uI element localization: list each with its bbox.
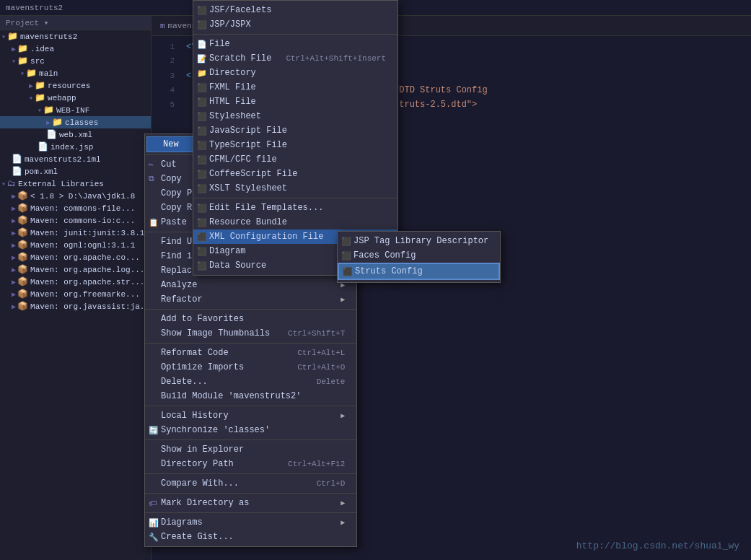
tree-arrow: ▶: [12, 253, 16, 262]
tree-idea[interactable]: ▶ 📁 .idea: [0, 43, 151, 55]
menu-shortcut: Ctrl+D: [302, 479, 346, 488]
tree-resources[interactable]: ▶ 📁 resources: [0, 79, 151, 92]
tree-classes[interactable]: ▶ 📁 classes: [0, 116, 151, 128]
menu-item-show-thumbnails[interactable]: Show Image Thumbnails Ctrl+Shift+T: [145, 326, 356, 341]
tree-jdk[interactable]: ▶ 📦 < 1.8 > D:\Java\jdk1.8: [0, 190, 151, 202]
tree-webapp[interactable]: ▾ 📁 webapp: [0, 92, 151, 104]
tree-arrow: ▾: [20, 69, 25, 78]
menu-item-javascript[interactable]: ⬛ JavaScript File: [193, 123, 398, 138]
menu-label: JSP Tag Library Descriptor: [353, 236, 488, 246]
tree-item-label: web.xml: [59, 131, 92, 139]
menu-item-analyze[interactable]: Analyze ▶: [145, 278, 356, 292]
menu-item-dir-path[interactable]: Directory Path Ctrl+Alt+F12: [145, 457, 356, 471]
watermark: http://blog.csdn.net/shuai_wy: [576, 541, 739, 551]
scratch-icon: 📝: [197, 54, 207, 64]
tree-src[interactable]: ▾ 📁 src: [0, 55, 151, 67]
tree-lib6[interactable]: ▶ 📦 Maven: org.apache.log...: [0, 263, 151, 276]
menu-item-resource-bundle[interactable]: ⬛ Resource Bundle: [193, 215, 398, 229]
tree-lib7[interactable]: ▶ 📦 Maven: org.apache.str...: [0, 276, 151, 288]
menu-item-jsf[interactable]: ⬛ JSF/Facelets: [193, 3, 398, 17]
bundle-icon: ⬛: [197, 218, 207, 227]
menu-item-struts-config[interactable]: ⬛ Struts Config: [338, 263, 500, 280]
menu-item-refactor[interactable]: Refactor ▶: [145, 292, 356, 307]
tree-item-label: webapp: [48, 94, 76, 102]
menu-item-compare[interactable]: Compare With... Ctrl+D: [145, 476, 356, 491]
diagram-icon: ⬛: [197, 247, 207, 256]
menu-item-fxml[interactable]: ⬛ FXML File: [193, 80, 398, 95]
file-icon: 📄: [38, 141, 48, 152]
menu-label: Refactor: [161, 294, 203, 305]
menu-label: Paste: [161, 217, 187, 227]
menu-label: Cut: [161, 159, 177, 170]
menu-label: Diagrams: [161, 517, 203, 528]
menu-label: Directory Path: [161, 459, 234, 469]
submenu-arrow: ▶: [341, 518, 345, 527]
tree-arrow: ▶: [12, 216, 16, 225]
menu-item-html[interactable]: ⬛ HTML File: [193, 95, 398, 109]
menu-item-typescript[interactable]: ⬛ TypeScript File: [193, 138, 398, 152]
menu-item-build[interactable]: Build Module 'mavenstruts2': [145, 389, 356, 403]
tree-lib5[interactable]: ▶ 📦 Maven: org.apache.co...: [0, 251, 151, 263]
menu-item-jsp-tag[interactable]: ⬛ JSP Tag Library Descriptor: [338, 234, 500, 248]
tree-webinf[interactable]: ▾ 📁 WEB-INF: [0, 104, 151, 116]
tree-lib3[interactable]: ▶ 📦 Maven: junit:junit:3.8.1: [0, 227, 151, 239]
tree-lib2[interactable]: ▶ 📦 Maven: commons-io:c...: [0, 214, 151, 227]
menu-item-reformat[interactable]: Reformat Code Ctrl+Alt+L: [145, 346, 356, 360]
menu-label: Synchronize 'classes': [161, 425, 270, 435]
menu-label: Compare With...: [161, 478, 239, 489]
menu-label: Mark Directory as: [161, 498, 249, 508]
tree-item-label: Maven: ognl:ognl:3.1.1: [30, 241, 135, 250]
menu-item-edit-templates[interactable]: ⬛ Edit File Templates...: [193, 201, 398, 215]
folder-icon: 📁: [17, 43, 28, 54]
tree-item-label: src: [30, 57, 45, 66]
tree-indexjsp[interactable]: 📄 index.jsp: [0, 141, 151, 153]
menu-item-faces-config[interactable]: ⬛ Faces Config: [338, 248, 500, 263]
html-icon: ⬛: [197, 97, 207, 107]
tree-main[interactable]: ▾ 📁 main: [0, 67, 151, 79]
xml-icon: ⬛: [197, 232, 207, 242]
menu-item-diagrams[interactable]: 📊 Diagrams ▶: [145, 515, 356, 530]
tree-item-label: classes: [65, 118, 98, 127]
menu-item-local-history[interactable]: Local History ▶: [145, 408, 356, 423]
menu-separator: [145, 309, 356, 310]
tree-item-label: resources: [48, 82, 90, 90]
line-number: 5: [157, 100, 175, 109]
lib-icon: 📦: [17, 227, 28, 238]
menu-item-scratch[interactable]: 📝 Scratch File Ctrl+Alt+Shift+Insert: [193, 51, 398, 66]
lib-icon: 📦: [17, 301, 28, 312]
menu-item-create-gist[interactable]: 🔧 Create Gist...: [145, 530, 356, 544]
jsp-tag-icon: ⬛: [341, 237, 351, 246]
menu-item-coffee[interactable]: ⬛ CoffeeScript File: [193, 167, 398, 181]
coffee-icon: ⬛: [197, 170, 207, 179]
menu-item-delete[interactable]: Delete... Delete: [145, 375, 356, 389]
tree-iml[interactable]: 📄 mavenstruts2.iml: [0, 153, 151, 165]
menu-item-stylesheet[interactable]: ⬛ Stylesheet: [193, 109, 398, 123]
tree-lib8[interactable]: ▶ 📦 Maven: org.freemarke...: [0, 288, 151, 300]
menu-item-directory[interactable]: 📁 Directory: [193, 66, 398, 80]
menu-item-show-explorer[interactable]: Show in Explorer: [145, 442, 356, 457]
tree-lib9[interactable]: ▶ 📦 Maven: org.javassist:ja...: [0, 300, 151, 312]
menu-item-jsp[interactable]: ⬛ JSP/JSPX: [193, 17, 398, 32]
menu-item-mark-dir[interactable]: 🏷 Mark Directory as ▶: [145, 496, 356, 510]
menu-item-cfml[interactable]: ⬛ CFML/CFC file: [193, 152, 398, 167]
menu-item-xslt[interactable]: ⬛ XSLT Stylesheet: [193, 181, 398, 196]
lib-icon: 📦: [17, 289, 28, 299]
menu-shortcut: Ctrl+Shift+T: [273, 329, 345, 338]
submenu-arrow: ▶: [341, 411, 345, 420]
tree-pom[interactable]: 📄 pom.xml: [0, 165, 151, 178]
tree-item-label: Maven: commons-file...: [30, 204, 135, 213]
menu-item-add-favorites[interactable]: Add to Favorites: [145, 312, 356, 326]
panel-title: Project ▾: [6, 18, 48, 27]
menu-label: New: [163, 139, 179, 149]
tree-extlibs[interactable]: ▾ 🗂 External Libraries: [0, 178, 151, 190]
menu-label: Optimize Imports: [161, 362, 244, 372]
tree-lib1[interactable]: ▶ 📦 Maven: commons-file...: [0, 202, 151, 214]
faces-icon: ⬛: [341, 251, 351, 261]
tree-webxml[interactable]: 📄 web.xml: [0, 128, 151, 141]
menu-item-file[interactable]: 📄 File: [193, 37, 398, 51]
menu-item-synchronize[interactable]: 🔄 Synchronize 'classes': [145, 423, 356, 437]
menu-item-optimize[interactable]: Optimize Imports Ctrl+Alt+O: [145, 360, 356, 375]
tree-root[interactable]: ▾ 📁 mavenstruts2: [0, 30, 151, 43]
tree-lib4[interactable]: ▶ 📦 Maven: ognl:ognl:3.1.1: [0, 239, 151, 251]
menu-separator: [145, 406, 356, 406]
